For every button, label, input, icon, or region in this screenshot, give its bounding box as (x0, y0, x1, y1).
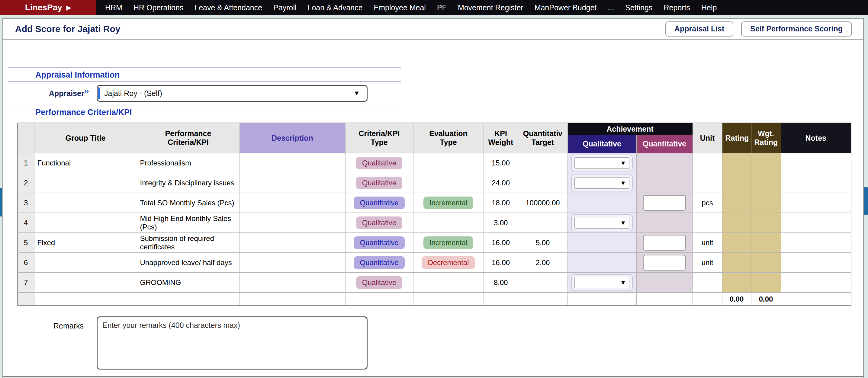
row-number: 4 (18, 213, 34, 233)
kpi-row-3: 3Total SO Monthly Sales (Pcs)Quantitativ… (18, 193, 851, 213)
qualitative-achievement-select[interactable]: ▼ (571, 274, 633, 291)
nav-item-reports[interactable]: Reports (664, 3, 690, 12)
cell-description (240, 213, 345, 233)
col-header-description: Description (240, 123, 345, 153)
quantitative-achievement-input[interactable] (643, 195, 686, 211)
nav-item-[interactable]: ... (608, 3, 614, 12)
brand-arrow-icon: ▶ (66, 4, 71, 11)
self-performance-scoring-button[interactable]: Self Performance Scoring (741, 22, 852, 36)
appraisal-list-button[interactable]: Appraisal List (665, 22, 733, 36)
cell-total-unit (692, 292, 722, 306)
nav-item-hr-operations[interactable]: HR Operations (133, 3, 183, 12)
cell-rating (722, 273, 751, 292)
nav-item-leave-attendance[interactable]: Leave & Attendance (194, 3, 262, 12)
vertical-scrollbar-thumb[interactable] (864, 187, 868, 215)
cell-evaluation-type (413, 173, 484, 193)
chevron-down-icon: ▼ (620, 160, 626, 167)
kpi-table-header: Group Title Performance Criteria/KPI Des… (18, 123, 851, 153)
col-header-wgt-rating: Wgt. Rating (751, 123, 781, 153)
nav-item-manpower-budget[interactable]: ManPower Budget (534, 3, 597, 12)
nav-item-pf[interactable]: PF (437, 3, 447, 12)
cell-total-criteria (137, 292, 240, 306)
cell-total-qualitative (567, 292, 637, 306)
cell-group-title: Functional (34, 153, 137, 173)
remarks-textarea[interactable] (97, 316, 368, 370)
row-number: 2 (18, 173, 34, 193)
row-number: 7 (18, 273, 34, 292)
cell-achievement-qualitative (567, 193, 637, 213)
side-panel-tab[interactable] (0, 188, 2, 217)
col-header-group-title: Group Title (34, 123, 137, 153)
col-header-achievement: Achievement (567, 123, 692, 135)
cell-criteria: Submission of required certificates (137, 233, 240, 253)
nav-item-payroll[interactable]: Payroll (273, 3, 296, 12)
cell-quantitative-target (518, 213, 567, 233)
cell-notes (781, 233, 851, 253)
cell-total-criteria-type (345, 292, 413, 306)
criteria-type-badge: Qualitative (356, 177, 402, 189)
cell-quantitative-target (518, 173, 567, 193)
cell-achievement-quantitative (637, 233, 692, 253)
performance-criteria-heading: Performance Criteria/KPI (35, 108, 132, 117)
nav-item-settings[interactable]: Settings (625, 3, 652, 12)
criteria-type-badge: Quantitative (354, 237, 404, 249)
nav-item-movement-register[interactable]: Movement Register (458, 3, 523, 12)
cell-achievement-quantitative (637, 193, 692, 213)
cell-quantitative-target: 2.00 (518, 253, 567, 273)
quantitative-achievement-input[interactable] (643, 255, 686, 271)
qualitative-achievement-select[interactable]: ▼ (571, 175, 633, 191)
cell-evaluation-type: Incremental (413, 193, 484, 213)
cell-quantitative-target (518, 153, 567, 173)
qualitative-achievement-select[interactable]: ▼ (571, 155, 633, 171)
cell-criteria: GROOMING (137, 273, 240, 292)
cell-criteria-type: Qualitative (345, 153, 413, 173)
kpi-row-6: 6Unapproved leave/ half daysQuantitative… (18, 253, 851, 273)
totals-row: 0.00 0.00 (18, 292, 851, 306)
double-chevron-icon: » (84, 86, 89, 96)
nav-item-hrm[interactable]: HRM (105, 3, 122, 12)
cell-criteria: Mid High End Monthly Sales (Pcs) (137, 213, 240, 233)
appraiser-selected-value: Jajati Roy - (Self) (104, 89, 162, 98)
cell-notes (781, 153, 851, 173)
evaluation-type-badge: Decremental (422, 256, 475, 269)
nav-item-employee-meal[interactable]: Employee Meal (374, 3, 426, 12)
cell-quantitative-target (518, 273, 567, 292)
cell-total-notes (781, 292, 851, 306)
remarks-label: Remarks (54, 321, 84, 330)
cell-evaluation-type (413, 153, 484, 173)
page-title: Add Score for Jajati Roy (15, 24, 120, 34)
cell-kpi-weight: 16.00 (484, 253, 518, 273)
kpi-row-2: 2Integrity & Disciplinary issuesQualitat… (18, 173, 851, 193)
brand-logo[interactable]: LinesPay ▶ (0, 0, 96, 15)
col-header-number (18, 123, 34, 153)
col-header-criteria-type: Criteria/KPI Type (345, 123, 413, 153)
criteria-type-badge: Qualitative (356, 157, 402, 169)
cell-wgt-rating (751, 253, 781, 273)
cell-total-quant-target (518, 292, 567, 306)
cell-total-kpi-weight (484, 292, 518, 306)
quantitative-achievement-input[interactable] (643, 235, 686, 251)
cell-achievement-qualitative: ▼ (567, 213, 637, 233)
cell-unit: unit (692, 253, 722, 273)
col-header-notes: Notes (781, 123, 851, 153)
cell-wgt-rating (751, 153, 781, 173)
section-divider (8, 105, 401, 105)
nav-item-help[interactable]: Help (701, 3, 717, 12)
cell-unit (692, 173, 722, 193)
qualitative-achievement-select[interactable]: ▼ (571, 214, 633, 231)
cell-description (240, 273, 345, 292)
nav-item-loan-advance[interactable]: Loan & Advance (308, 3, 363, 12)
total-wgt-rating-value: 0.00 (751, 292, 781, 306)
cell-notes (781, 253, 851, 273)
cell-rating (722, 253, 751, 273)
cell-total-quantitative (637, 292, 692, 306)
col-header-kpi-weight: KPI Weight (484, 123, 518, 153)
cell-wgt-rating (751, 273, 781, 292)
cell-kpi-weight: 18.00 (484, 193, 518, 213)
top-navbar: LinesPay ▶ HRMHR OperationsLeave & Atten… (0, 0, 868, 15)
appraiser-select[interactable]: Jajati Roy - (Self) ▼ (97, 85, 368, 102)
footer-action-bar: DRAFT SAVE (3, 376, 863, 378)
kpi-row-7: 7GROOMINGQualitative8.00▼ (18, 273, 851, 292)
kpi-table-body: 1FunctionalProfessionalismQualitative15.… (18, 153, 851, 292)
cell-group-title (34, 193, 137, 213)
